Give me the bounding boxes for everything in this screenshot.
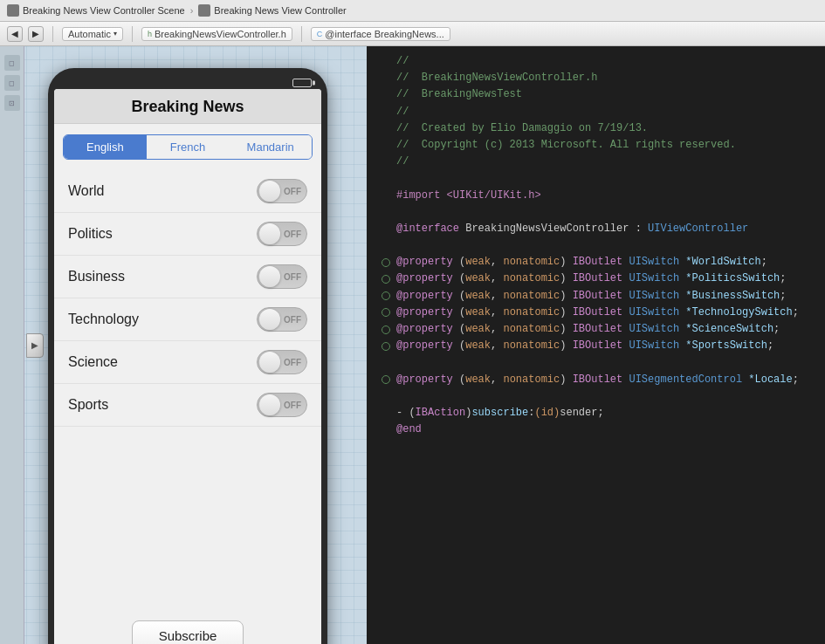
- switch-label-sports: Sports: [68, 397, 108, 413]
- toolbar-sep1: [52, 26, 53, 42]
- toggle-off-science: OFF: [284, 358, 301, 367]
- line-gutter: [375, 86, 396, 103]
- gutter-dot: [382, 258, 390, 267]
- switch-row-world: World OFF: [54, 170, 321, 213]
- code-text: @property (weak, nonatomic) IBOutlet UIS…: [396, 338, 816, 354]
- code-text: // BreakingNewsTest: [396, 86, 816, 103]
- interface-tab[interactable]: C @interface BreakingNews...: [311, 27, 450, 41]
- toggle-science[interactable]: OFF: [257, 350, 307, 374]
- line-gutter: [375, 70, 396, 86]
- toggle-knob-world: [259, 181, 280, 202]
- toggle-off-technology: OFF: [284, 315, 301, 325]
- toggle-politics[interactable]: OFF: [257, 222, 307, 246]
- code-line: #import <UIKit/UIKit.h>: [367, 188, 825, 204]
- code-text: // Copyright (c) 2013 Microsoft. All rig…: [396, 137, 816, 154]
- automatic-selector[interactable]: Automatic ▾: [62, 27, 123, 41]
- iphone-mockup: Breaking News English French Mandarin Wo…: [48, 68, 327, 644]
- iphone-screen: Breaking News English French Mandarin Wo…: [54, 89, 321, 644]
- forward-button[interactable]: ▶: [28, 26, 44, 42]
- code-text: // BreakingNewsViewController.h: [396, 70, 816, 86]
- line-gutter: [375, 372, 396, 388]
- strip-item-1: ◻: [4, 55, 20, 71]
- toggle-business[interactable]: OFF: [257, 264, 307, 289]
- gutter-dot: [382, 375, 390, 384]
- line-gutter: [375, 388, 396, 405]
- toolbar-sep2: [132, 26, 133, 42]
- code-line: //: [367, 154, 825, 170]
- code-line: @property (weak, nonatomic) IBOutlet UIS…: [367, 305, 825, 321]
- code-line: //: [367, 53, 825, 70]
- automatic-label: Automatic: [68, 29, 111, 39]
- line-gutter: [375, 120, 396, 137]
- switch-list: World OFF Politics OFF: [54, 167, 321, 612]
- toggle-knob-technology: [259, 309, 280, 330]
- toggle-technology[interactable]: OFF: [257, 307, 307, 332]
- code-line: - (IBAction)subscribe:(id)sender;: [367, 405, 825, 421]
- line-gutter: [375, 104, 396, 120]
- code-text: [396, 170, 816, 187]
- code-text: #import <UIKit/UIKit.h>: [396, 188, 816, 204]
- code-text: [396, 237, 816, 254]
- code-text: @property (weak, nonatomic) IBOutlet UIS…: [396, 321, 816, 338]
- switch-row-business: Business OFF: [54, 256, 321, 298]
- line-gutter: [375, 53, 396, 70]
- switch-label-business: Business: [68, 269, 125, 284]
- subscribe-button[interactable]: Subscribe: [132, 620, 244, 644]
- file-h-icon: h: [148, 30, 152, 38]
- gutter-dot: [382, 325, 390, 334]
- toggle-off-politics: OFF: [284, 230, 301, 239]
- code-text: @property (weak, nonatomic) IBOutlet UIS…: [396, 288, 816, 305]
- code-text: - (IBAction)subscribe:(id)sender;: [396, 405, 816, 421]
- seg-english[interactable]: English: [64, 135, 147, 159]
- toggle-sports[interactable]: OFF: [257, 393, 307, 417]
- code-line: @property (weak, nonatomic) IBOutlet UIS…: [367, 321, 825, 338]
- play-button[interactable]: ▶: [26, 333, 44, 358]
- breadcrumb-scene[interactable]: Breaking News View Controller Scene: [23, 5, 185, 16]
- window-scene-icon: [7, 4, 19, 17]
- code-line: // Created by Elio Damaggio on 7/19/13.: [367, 120, 825, 137]
- code-text: @property (weak, nonatomic) IBOutlet UIS…: [396, 254, 816, 271]
- switch-row-science: Science OFF: [54, 341, 321, 384]
- breadcrumb-bar: Breaking News View Controller Scene › Br…: [0, 0, 825, 22]
- line-gutter: [375, 170, 396, 187]
- toggle-world[interactable]: OFF: [257, 179, 307, 203]
- left-strip: ◻ ◻ ⊡: [0, 46, 24, 644]
- switch-label-politics: Politics: [68, 226, 113, 242]
- seg-mandarin[interactable]: Mandarin: [229, 135, 312, 159]
- code-line: // BreakingNewsViewController.h: [367, 70, 825, 86]
- switch-row-technology: Technology OFF: [54, 298, 321, 341]
- switch-label-science: Science: [68, 354, 118, 370]
- iphone-top-bar: [53, 79, 322, 87]
- code-line: [367, 204, 825, 221]
- toggle-knob-business: [259, 266, 280, 287]
- file-h-tab[interactable]: h BreakingNewsViewController.h: [141, 27, 292, 41]
- file-h-label: BreakingNewsViewController.h: [155, 29, 286, 39]
- code-text: //: [396, 104, 816, 120]
- back-button[interactable]: ◀: [7, 26, 23, 42]
- toggle-knob-sports: [259, 394, 280, 415]
- code-line: @property (weak, nonatomic) IBOutlet UIS…: [367, 254, 825, 271]
- gutter-dot: [382, 342, 390, 351]
- locale-segmented-control[interactable]: English French Mandarin: [63, 134, 313, 160]
- main-content: ◻ ◻ ⊡ ▶ Breaking News English French: [0, 46, 825, 644]
- code-text: // Created by Elio Damaggio on 7/19/13.: [396, 120, 816, 137]
- seg-french[interactable]: French: [147, 135, 230, 159]
- line-gutter: [375, 237, 396, 254]
- code-editor[interactable]: //// BreakingNewsViewController.h// Brea…: [367, 46, 825, 644]
- simulator-panel: ◻ ◻ ⊡ ▶ Breaking News English French: [0, 46, 367, 644]
- line-gutter: [375, 321, 396, 338]
- controller-icon: [198, 4, 210, 17]
- code-line: @property (weak, nonatomic) IBOutlet UIS…: [367, 271, 825, 287]
- gutter-dot: [382, 308, 390, 317]
- line-gutter: [375, 154, 396, 170]
- gutter-dot: [382, 291, 390, 300]
- code-line: @end: [367, 421, 825, 438]
- strip-item-3: ⊡: [4, 95, 20, 111]
- gutter-dot: [382, 275, 390, 284]
- breadcrumb-controller[interactable]: Breaking News View Controller: [214, 5, 346, 16]
- code-line: //: [367, 104, 825, 120]
- code-line: [367, 388, 825, 405]
- line-gutter: [375, 254, 396, 271]
- strip-item-2: ◻: [4, 75, 20, 91]
- toggle-off-world: OFF: [284, 187, 301, 196]
